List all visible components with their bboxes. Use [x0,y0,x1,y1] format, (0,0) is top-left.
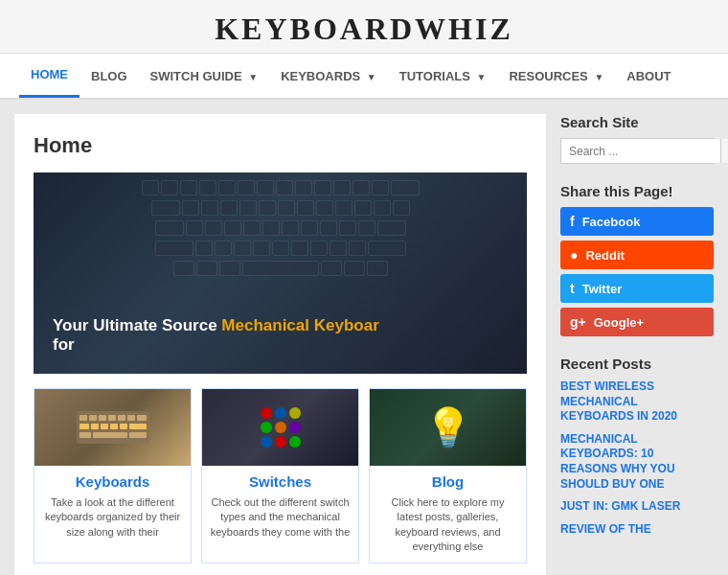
hero-text-suffix: for [53,335,75,354]
card-switches[interactable]: Switches Check out the different switch … [201,388,359,564]
share-googleplus-label: Google+ [594,315,644,330]
hero-key-row-2 [41,200,519,216]
recent-posts-title: Recent Posts [560,356,714,372]
svg-rect-3 [99,415,106,421]
recent-post-3[interactable]: JUST IN: GMK LASER [560,499,714,515]
card-blog-body: Blog Click here to explore my latest pos… [370,466,526,563]
card-keyboards-title: Keyboards [42,473,183,490]
recent-post-4[interactable]: REVIEW OF THE [560,522,714,538]
switch-dot-2 [275,407,286,419]
nav-switch-guide[interactable]: SWITCH GUIDE ▼ [139,56,270,97]
share-twitter-label: Twitter [582,282,623,296]
svg-rect-8 [80,424,89,429]
share-title: Share this Page! [560,183,714,199]
share-section: Share this Page! f Facebook ● Reddit t T… [560,183,714,336]
search-section: Search Site 🔍 [560,114,714,164]
svg-rect-15 [93,432,127,438]
switch-guide-arrow: ▼ [248,72,258,82]
keyboards-svg-icon [75,403,151,451]
share-facebook-label: Facebook [582,215,641,229]
svg-rect-14 [80,432,91,438]
hero-key-row-5 [41,261,519,276]
card-keyboards-body: Keyboards Take a look at the different k… [34,466,191,547]
card-blog-text: Click here to explore my latest posts, g… [377,495,518,555]
nav-resources[interactable]: RESOURCES ▼ [497,56,615,97]
svg-rect-12 [120,424,127,429]
nav-home[interactable]: HOME [19,54,80,98]
card-blog-image: 💡 [370,389,526,466]
reddit-icon: ● [570,247,578,263]
card-keyboards-text: Take a look at the different keyboards o… [42,495,183,540]
keyboards-arrow: ▼ [367,72,376,82]
card-switches-title: Switches [210,473,351,490]
switch-dot-7 [261,436,272,448]
recent-post-1[interactable]: BEST WIRELESS MECHANICAL KEYBOARDS IN 20… [560,380,714,425]
svg-rect-1 [80,415,87,421]
switch-dot-1 [261,407,272,419]
switch-dot-5 [275,422,286,433]
switch-dot-9 [289,436,301,448]
feature-cards: Keyboards Take a look at the different k… [34,388,527,564]
tutorials-arrow: ▼ [477,72,487,82]
page-layout: Home [0,100,728,575]
svg-rect-13 [129,424,147,429]
main-content: Home [14,114,546,575]
search-input[interactable] [561,139,720,163]
card-switches-text: Check out the different switch types and… [210,495,351,540]
switch-dot-4 [261,422,272,433]
svg-rect-2 [89,415,97,421]
hero-key-row-1 [41,180,519,196]
share-reddit-button[interactable]: ● Reddit [560,241,714,269]
switch-dot-3 [289,407,301,419]
hero-text-highlight: Mechanical Keyboar [221,316,378,334]
svg-rect-4 [108,415,116,421]
recent-posts-section: Recent Posts BEST WIRELESS MECHANICAL KE… [560,356,714,537]
main-nav: HOME BLOG SWITCH GUIDE ▼ KEYBOARDS ▼ TUT… [0,54,728,100]
svg-rect-9 [91,424,99,429]
sidebar: Search Site 🔍 Share this Page! f Faceboo… [560,114,714,575]
search-box: 🔍 [560,138,714,164]
card-keyboards[interactable]: Keyboards Take a look at the different k… [34,388,192,564]
card-switches-image [202,389,358,466]
card-switches-body: Switches Check out the different switch … [202,466,358,547]
resources-arrow: ▼ [594,72,603,82]
switch-dot-8 [275,436,286,448]
nav-about[interactable]: ABOUT [615,56,682,97]
svg-rect-11 [110,424,118,429]
switch-dot-6 [289,422,301,433]
site-header: KEYBOARDWHIZ [0,0,728,54]
twitter-icon: t [570,281,575,296]
svg-rect-5 [118,415,125,421]
hero-key-row-4 [41,241,519,256]
svg-rect-6 [127,415,135,421]
svg-rect-10 [101,424,108,429]
svg-rect-16 [129,432,147,438]
hero-text-prefix: Your Ultimate Source [53,316,221,334]
facebook-icon: f [570,214,575,229]
switch-dots-grid [261,407,301,448]
hero-section: Your Ultimate Source Mechanical Keyboar … [34,172,527,374]
search-button[interactable]: 🔍 [720,139,728,163]
search-title: Search Site [560,114,714,130]
recent-post-2[interactable]: MECHANICAL KEYBOARDS: 10 REASONS WHY YOU… [560,432,714,492]
card-blog[interactable]: 💡 Blog Click here to explore my latest p… [369,388,527,564]
nav-keyboards[interactable]: KEYBOARDS ▼ [269,56,388,97]
share-facebook-button[interactable]: f Facebook [560,207,714,236]
nav-tutorials[interactable]: TUTORIALS ▼ [388,56,498,97]
svg-rect-7 [137,415,147,421]
hero-key-row-3 [41,220,519,236]
share-twitter-button[interactable]: t Twitter [560,274,714,303]
hero-overlay-text: Your Ultimate Source Mechanical Keyboar … [53,316,379,355]
page-title: Home [34,133,527,158]
share-reddit-label: Reddit [585,248,624,263]
googleplus-icon: g+ [570,314,586,330]
card-blog-title: Blog [377,473,518,490]
lightbulb-icon: 💡 [424,405,472,450]
site-title[interactable]: KEYBOARDWHIZ [0,12,728,47]
nav-blog[interactable]: BLOG [80,56,139,97]
share-googleplus-button[interactable]: g+ Google+ [560,308,714,336]
card-keyboards-image [34,389,191,466]
